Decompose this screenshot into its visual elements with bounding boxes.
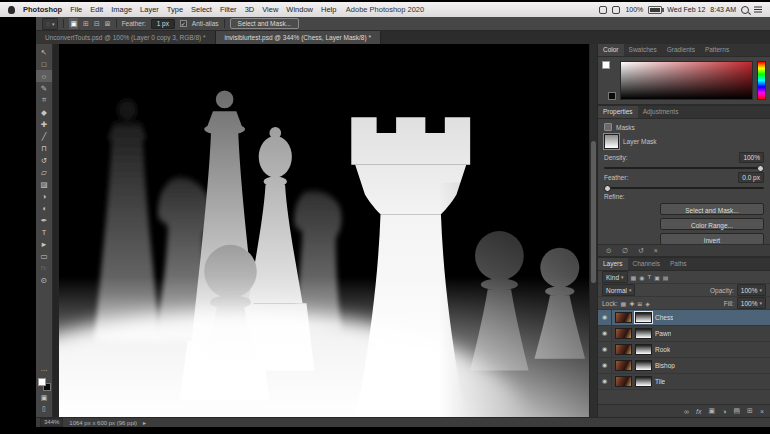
feather-slider[interactable]	[604, 187, 764, 189]
document-canvas[interactable]	[59, 44, 590, 417]
zoom-level-input[interactable]: 344%	[40, 418, 63, 427]
menu-item[interactable]: File	[70, 5, 82, 14]
hand-tool-icon[interactable]: ☞	[36, 262, 52, 274]
layer-row[interactable]: Rook	[598, 342, 770, 358]
panel-tab[interactable]: Adjustments	[638, 106, 684, 118]
layer-row[interactable]: Pawn	[598, 326, 770, 342]
add-to-selection-icon[interactable]	[83, 18, 89, 29]
menu-item[interactable]: Select	[191, 5, 212, 14]
slider-knob[interactable]	[604, 185, 611, 192]
document-tab-inactive[interactable]: UnconvertTouts.psd @ 100% (Layer 0 copy …	[36, 31, 216, 44]
edit-toolbar-icon[interactable]	[41, 367, 48, 375]
blur-tool-icon[interactable]: ◑	[36, 190, 52, 202]
layer-name[interactable]: Pawn	[655, 330, 671, 337]
feather-input[interactable]: 1 px	[151, 19, 175, 29]
foreground-background-swatches[interactable]	[38, 378, 51, 391]
canvas-area[interactable]	[53, 44, 597, 417]
document-tab-active[interactable]: invisiblurtest.psd @ 344% (Chess, Layer …	[216, 31, 381, 44]
fill-dropdown[interactable]: 100%	[737, 297, 766, 309]
layer-row[interactable]: Chess	[598, 310, 770, 326]
filter-shape-icon[interactable]	[654, 274, 660, 281]
color-swatches[interactable]	[602, 61, 616, 100]
eraser-tool-icon[interactable]: ▱	[36, 166, 52, 178]
menu-item[interactable]: Type	[167, 5, 183, 14]
filter-adjustment-icon[interactable]	[639, 274, 644, 281]
layer-mask-thumbnail[interactable]	[635, 360, 652, 371]
dodge-tool-icon[interactable]: ◖	[36, 202, 52, 214]
background-color-swatch[interactable]	[608, 92, 616, 100]
layer-mask-thumbnail[interactable]	[635, 312, 652, 323]
slider-knob[interactable]	[757, 165, 764, 172]
layer-row[interactable]: Tile	[598, 374, 770, 390]
visibility-eye-icon[interactable]	[598, 342, 612, 357]
layer-name[interactable]: Bishop	[655, 362, 675, 369]
hue-slider[interactable]	[757, 61, 766, 100]
feather-value[interactable]: 0.0 px	[738, 172, 764, 183]
new-adjustment-layer-icon[interactable]	[722, 408, 726, 415]
lasso-tool-icon[interactable]: ◌	[36, 70, 52, 82]
layer-name[interactable]: Tile	[655, 378, 665, 385]
history-brush-tool-icon[interactable]: ↺	[36, 154, 52, 166]
menu-item[interactable]: View	[262, 5, 278, 14]
status-menu-icon[interactable]	[599, 6, 607, 14]
panel-tab[interactable]: Swatches	[624, 44, 662, 56]
filter-kind-dropdown[interactable]: Kind	[602, 271, 628, 283]
panel-tab[interactable]: Color	[598, 44, 624, 56]
quick-mask-icon[interactable]	[41, 394, 48, 402]
move-tool-icon[interactable]: ↖	[36, 46, 52, 58]
delete-layer-icon[interactable]	[760, 408, 764, 415]
healing-brush-tool-icon[interactable]: ✚	[36, 118, 52, 130]
properties-button[interactable]: Color Range...	[660, 218, 764, 230]
visibility-eye-icon[interactable]	[598, 326, 612, 341]
crop-tool-icon[interactable]: ⌗	[36, 94, 52, 106]
density-slider[interactable]	[604, 167, 764, 169]
filter-smart-object-icon[interactable]	[663, 274, 669, 281]
vertical-scrollbar[interactable]	[589, 44, 597, 417]
saturation-brightness-field[interactable]	[620, 61, 753, 100]
blend-mode-dropdown[interactable]: Normal	[602, 284, 635, 296]
brush-tool-icon[interactable]: ╱	[36, 130, 52, 142]
subtract-from-selection-icon[interactable]	[94, 18, 100, 29]
menu-item[interactable]: Image	[111, 5, 132, 14]
intersect-selection-icon[interactable]	[105, 18, 111, 29]
marquee-tool-icon[interactable]: □	[36, 58, 52, 70]
menu-item[interactable]: Edit	[90, 5, 103, 14]
menu-time[interactable]: 8:43 AM	[710, 6, 736, 13]
visibility-eye-icon[interactable]	[598, 374, 612, 389]
menu-date[interactable]: Wed Feb 12	[667, 6, 705, 13]
control-center-icon[interactable]	[754, 9, 762, 10]
select-and-mask-button[interactable]: Select and Mask...	[230, 18, 299, 29]
layer-thumbnail[interactable]	[615, 344, 632, 355]
menu-item[interactable]: Filter	[220, 5, 237, 14]
new-selection-icon[interactable]	[69, 18, 78, 29]
foreground-color-swatch[interactable]	[38, 378, 46, 386]
panel-tab[interactable]: Layers	[598, 258, 628, 270]
layer-mask-thumbnail[interactable]	[635, 376, 652, 387]
link-layers-icon[interactable]	[684, 408, 689, 415]
layer-thumbnail[interactable]	[615, 312, 632, 323]
layer-thumbnail[interactable]	[615, 376, 632, 387]
visibility-eye-icon[interactable]	[598, 310, 612, 325]
add-layer-mask-icon[interactable]	[709, 407, 716, 415]
quick-selection-tool-icon[interactable]: ✎	[36, 82, 52, 94]
type-tool-icon[interactable]: T	[36, 226, 52, 238]
menu-item[interactable]: Photoshop	[23, 5, 62, 14]
panel-tab[interactable]: Properties	[598, 106, 638, 118]
layer-thumbnail[interactable]	[615, 328, 632, 339]
screen-mode-icon[interactable]	[42, 405, 46, 413]
layer-effects-icon[interactable]	[696, 408, 701, 415]
status-menu-icon[interactable]	[612, 6, 620, 14]
layer-name[interactable]: Rook	[655, 346, 670, 353]
opacity-dropdown[interactable]: 100%	[737, 284, 766, 296]
panel-tab[interactable]: Patterns	[700, 44, 734, 56]
status-options-icon[interactable]	[143, 419, 146, 426]
scrollbar-thumb[interactable]	[591, 141, 596, 283]
clone-stamp-tool-icon[interactable]: ⊓	[36, 142, 52, 154]
visibility-eye-icon[interactable]	[598, 358, 612, 373]
new-group-icon[interactable]	[733, 407, 740, 415]
mask-channel-icon[interactable]	[606, 247, 612, 255]
disable-mask-icon[interactable]	[622, 247, 628, 255]
spotlight-search-icon[interactable]	[741, 6, 749, 14]
panel-tab[interactable]: Gradients	[662, 44, 700, 56]
lock-transparency-icon[interactable]	[621, 300, 627, 307]
